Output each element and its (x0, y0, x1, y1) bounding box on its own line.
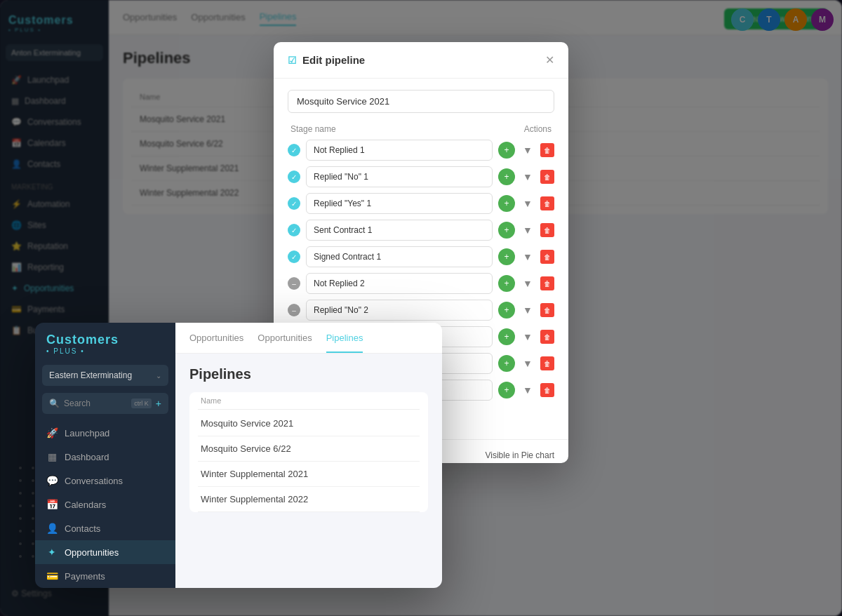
floating-nav-conversations-label: Conversations (65, 476, 123, 486)
stage-row-3: ✓ + ▼ 🗑 (288, 193, 554, 214)
stage-delete-btn-2[interactable]: 🗑 (540, 170, 554, 184)
stage-headers: Stage name Actions (288, 124, 554, 134)
stage-add-btn-8[interactable]: + (498, 328, 515, 345)
stage-check-2: ✓ (288, 170, 300, 183)
stage-input-1[interactable] (306, 140, 493, 161)
floating-nav-conversations[interactable]: 💬 Conversations (35, 469, 175, 493)
stage-check-3: ✓ (288, 197, 300, 210)
floating-nav-payments[interactable]: 💳 Payments (35, 564, 175, 588)
stage-input-2[interactable] (306, 166, 493, 187)
launchpad-icon: 🚀 (46, 427, 58, 438)
stage-filter-btn-2[interactable]: ▼ (519, 168, 536, 185)
pipeline-name-input[interactable] (288, 90, 554, 113)
floating-search-text: Search (64, 399, 127, 408)
stage-check-1: ✓ (288, 144, 300, 156)
floating-nav-launchpad-label: Launchpad (65, 428, 109, 438)
floating-search-kbd: ctrl K (131, 399, 152, 408)
stage-filter-btn-7[interactable]: ▼ (519, 302, 536, 319)
stage-filter-btn-8[interactable]: ▼ (519, 328, 536, 345)
stage-actions-6: + ▼ 🗑 (498, 275, 554, 292)
floating-row-1: Mosquito Service 2021 (198, 411, 420, 436)
actions-label: Actions (524, 124, 552, 134)
floating-company-selector[interactable]: Eastern Exterminating ⌄ (42, 365, 168, 386)
contacts-icon: 👤 (46, 523, 58, 534)
floating-nav-opportunities[interactable]: ✦ Opportunities (35, 540, 175, 564)
stage-check-6: – (288, 277, 300, 290)
stage-add-btn-7[interactable]: + (498, 302, 515, 319)
stage-delete-btn-10[interactable]: 🗑 (540, 383, 554, 397)
stage-filter-btn-5[interactable]: ▼ (519, 248, 536, 265)
stage-delete-btn-4[interactable]: 🗑 (540, 223, 554, 237)
modal-title: ☑ Edit pipeline (288, 54, 365, 66)
floating-company-arrow-icon: ⌄ (156, 372, 161, 380)
stage-delete-btn-9[interactable]: 🗑 (540, 356, 554, 370)
stage-filter-btn-9[interactable]: ▼ (519, 355, 536, 372)
dashboard-icon: ▦ (46, 451, 58, 462)
stage-actions-1: + ▼ 🗑 (498, 142, 554, 159)
stage-filter-btn-10[interactable]: ▼ (519, 382, 536, 399)
stage-input-3[interactable] (306, 193, 493, 214)
stage-delete-btn-1[interactable]: 🗑 (540, 143, 554, 157)
stage-input-4[interactable] (306, 220, 493, 241)
stage-input-5[interactable] (306, 246, 493, 267)
stage-add-btn-5[interactable]: + (498, 248, 515, 265)
floating-tab-opportunities2[interactable]: Opportunities (258, 333, 312, 353)
floating-nav-dashboard-label: Dashboard (65, 452, 109, 462)
floating-nav-launchpad[interactable]: 🚀 Launchpad (35, 421, 175, 445)
floating-page-title: Pipelines (189, 366, 428, 382)
calendars-icon: 📅 (46, 499, 58, 510)
stage-delete-btn-7[interactable]: 🗑 (540, 303, 554, 317)
stage-delete-btn-8[interactable]: 🗑 (540, 330, 554, 344)
floating-search-icon: 🔍 (49, 399, 60, 408)
floating-nav-contacts-label: Contacts (65, 523, 100, 534)
floating-tab-pipelines[interactable]: Pipelines (326, 333, 363, 353)
stage-add-btn-1[interactable]: + (498, 142, 515, 159)
stage-filter-btn-6[interactable]: ▼ (519, 275, 536, 292)
floating-table-header: Name (198, 392, 420, 410)
stage-delete-btn-5[interactable]: 🗑 (540, 250, 554, 264)
floating-nav-calendars-label: Calendars (65, 500, 106, 510)
pie-chart-toggle-group: Visible in Pie chart (486, 450, 555, 460)
stage-row-5: ✓ + ▼ 🗑 (288, 246, 554, 267)
stage-filter-btn-3[interactable]: ▼ (519, 195, 536, 212)
stage-filter-btn-1[interactable]: ▼ (519, 142, 536, 159)
floating-nav-calendars[interactable]: 📅 Calendars (35, 493, 175, 516)
floating-search-bar[interactable]: 🔍 Search ctrl K + (42, 393, 168, 414)
stage-actions-3: + ▼ 🗑 (498, 195, 554, 212)
stage-row-7: – + ▼ 🗑 (288, 300, 554, 321)
floating-main: Opportunities Opportunities Pipelines Pi… (175, 323, 442, 588)
floating-sidebar: Customers • PLUS • Eastern Exterminating… (35, 323, 175, 588)
floating-nav-opportunities-label: Opportunities (65, 547, 119, 558)
floating-nav-contacts[interactable]: 👤 Contacts (35, 516, 175, 540)
floating-row-3: Winter Supplemental 2021 (198, 462, 420, 487)
floating-search-plus-icon: + (156, 398, 161, 409)
stage-add-btn-3[interactable]: + (498, 195, 515, 212)
floating-row-4: Winter Supplemental 2022 (198, 487, 420, 512)
floating-logo: Customers • PLUS • (35, 323, 175, 365)
stage-add-btn-9[interactable]: + (498, 355, 515, 372)
floating-nav-dashboard[interactable]: ▦ Dashboard (35, 445, 175, 469)
stage-add-btn-4[interactable]: + (498, 222, 515, 239)
payments-icon: 💳 (46, 570, 58, 582)
stage-filter-btn-4[interactable]: ▼ (519, 222, 536, 239)
stage-delete-btn-6[interactable]: 🗑 (540, 276, 554, 290)
floating-panel: Customers • PLUS • Eastern Exterminating… (35, 323, 442, 588)
stage-add-btn-2[interactable]: + (498, 168, 515, 185)
stage-row-1: ✓ + ▼ 🗑 (288, 140, 554, 161)
stage-add-btn-10[interactable]: + (498, 382, 515, 399)
stage-actions-10: + ▼ 🗑 (498, 382, 554, 399)
stage-actions-5: + ▼ 🗑 (498, 248, 554, 265)
stage-add-btn-6[interactable]: + (498, 275, 515, 292)
floating-logo-plus: • PLUS • (46, 347, 119, 355)
floating-tab-opportunities1[interactable]: Opportunities (189, 333, 243, 353)
floating-topbar: Opportunities Opportunities Pipelines (175, 323, 442, 354)
modal-close-button[interactable]: ✕ (545, 53, 554, 67)
stage-row-2: ✓ + ▼ 🗑 (288, 166, 554, 187)
stage-actions-4: + ▼ 🗑 (498, 222, 554, 239)
stage-input-7[interactable] (306, 300, 493, 321)
stage-actions-7: + ▼ 🗑 (498, 302, 554, 319)
stage-input-6[interactable] (306, 273, 493, 294)
stage-row-6: – + ▼ 🗑 (288, 273, 554, 294)
floating-logo-text: Customers (46, 333, 119, 347)
stage-delete-btn-3[interactable]: 🗑 (540, 196, 554, 210)
